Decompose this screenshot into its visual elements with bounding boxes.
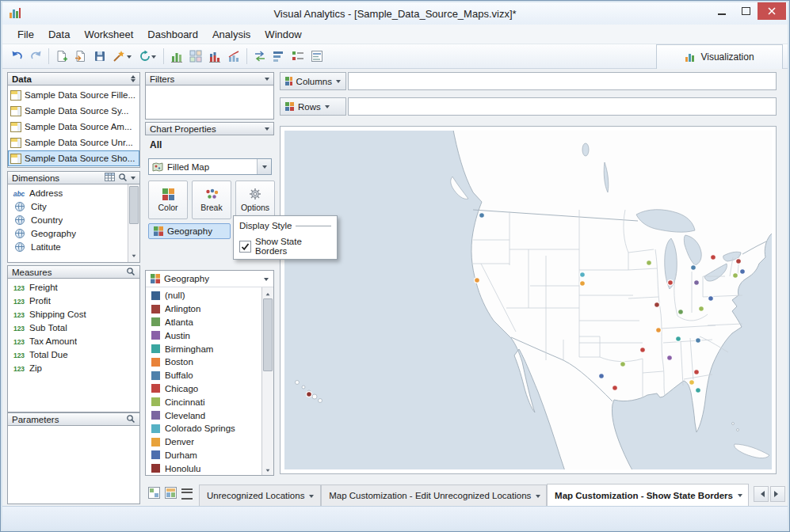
measure-item[interactable]: Zip <box>8 361 139 374</box>
legend-item[interactable]: Boston <box>146 355 262 369</box>
data-source-item[interactable]: Sample Data Source Am... <box>8 119 139 135</box>
save-icon[interactable] <box>90 47 109 66</box>
worksheet-tab[interactable]: Map Customization - Show State Borders <box>547 484 749 506</box>
city-dot[interactable] <box>694 370 700 375</box>
columns-chip[interactable]: Columns <box>280 72 346 90</box>
city-dot[interactable] <box>699 306 704 312</box>
city-dot[interactable] <box>736 259 742 264</box>
data-source-item[interactable]: Sample Data Source Fille... <box>8 87 139 103</box>
rows-chip[interactable]: Rows <box>280 97 346 116</box>
legend-item[interactable]: Chicago <box>146 382 262 396</box>
chart-matrix-icon[interactable] <box>186 47 205 66</box>
worksheet-tab[interactable]: Map Customization - Edit Unrecognized Lo… <box>321 484 547 506</box>
refresh-icon[interactable] <box>135 47 160 66</box>
scroll-thumb[interactable] <box>129 186 139 224</box>
legend-item[interactable]: Austin <box>146 329 262 342</box>
legend-item[interactable]: Colorado Springs <box>146 422 262 435</box>
legend-item[interactable]: Denver <box>146 435 262 449</box>
menu-item[interactable]: Window <box>258 26 308 43</box>
measure-item[interactable]: Shipping Cost <box>8 307 139 321</box>
city-dot[interactable] <box>655 302 660 308</box>
data-source-item[interactable]: Sample Data Source Sy... <box>8 103 139 119</box>
minimize-button[interactable] <box>710 2 734 20</box>
legend-item[interactable]: Cleveland <box>146 408 262 422</box>
dimension-item[interactable]: City <box>8 200 128 213</box>
legend-header[interactable]: Geography <box>146 271 273 287</box>
scroll-thumb[interactable] <box>263 298 273 371</box>
city-dot[interactable] <box>689 380 695 386</box>
undo-icon[interactable] <box>7 47 26 66</box>
filters-caret-icon[interactable] <box>265 78 269 83</box>
city-dot[interactable] <box>475 278 480 283</box>
worksheet-list-icon[interactable] <box>181 488 193 500</box>
measure-item[interactable]: Sub Total <box>8 321 139 334</box>
menu-item[interactable]: Worksheet <box>77 26 140 43</box>
city-dot[interactable] <box>580 281 586 287</box>
legend-item[interactable]: Buffalo <box>146 369 262 382</box>
city-dot[interactable] <box>711 255 716 260</box>
tab-menu-caret-icon[interactable] <box>309 495 314 500</box>
show-state-borders-checkbox[interactable] <box>239 241 251 253</box>
legend-item[interactable]: Honolulu <box>146 462 262 475</box>
city-dot[interactable] <box>613 386 618 391</box>
city-dot[interactable] <box>696 388 701 393</box>
legend-toggle-icon[interactable] <box>288 47 307 66</box>
map-visualization[interactable] <box>280 126 777 474</box>
data-source-item[interactable]: Sample Data Source Unr... <box>8 135 139 150</box>
data-source-item[interactable]: Sample Data Source Sho... <box>8 150 139 166</box>
city-dot[interactable] <box>676 336 681 342</box>
legend-item[interactable]: Cincinnati <box>146 395 262 408</box>
color-button[interactable]: Color <box>148 180 188 219</box>
city-dot[interactable] <box>307 392 312 397</box>
tab-menu-caret-icon[interactable] <box>536 495 540 500</box>
city-dot[interactable] <box>733 273 738 279</box>
tab-menu-caret-icon[interactable] <box>738 494 742 500</box>
swap-axes-icon[interactable] <box>250 47 269 66</box>
rows-caret-icon[interactable] <box>325 105 330 111</box>
view-as-table-icon[interactable] <box>105 173 115 183</box>
legend-item[interactable]: Arlington <box>146 302 262 316</box>
city-dot[interactable] <box>667 355 673 361</box>
legend-item[interactable]: Atlanta <box>146 316 262 329</box>
scroll-up-icon[interactable] <box>262 287 273 298</box>
dimension-item[interactable]: Country <box>8 213 128 226</box>
city-dot[interactable] <box>599 374 605 379</box>
filters-header[interactable]: Filters <box>145 72 274 86</box>
dimensions-scrollbar[interactable] <box>128 184 139 262</box>
city-dot[interactable] <box>678 310 684 315</box>
labels-toggle-icon[interactable] <box>307 47 326 66</box>
search-dimensions-icon[interactable] <box>118 173 128 184</box>
scroll-down-icon[interactable] <box>262 466 273 476</box>
measure-item[interactable]: Freight <box>8 280 139 294</box>
menu-item[interactable]: Dashboard <box>140 26 205 43</box>
tab-scroll-left-icon[interactable] <box>754 486 769 502</box>
city-dot[interactable] <box>620 362 626 367</box>
chart-combo-icon[interactable] <box>224 47 243 66</box>
options-button[interactable]: Options <box>235 180 275 219</box>
break-button[interactable]: Break <box>192 180 231 219</box>
legend-item[interactable]: Durham <box>146 449 262 462</box>
city-dot[interactable] <box>694 280 700 286</box>
dimension-item[interactable]: Latitute <box>8 240 128 253</box>
filters-shelf[interactable] <box>145 85 274 120</box>
chart-type-select[interactable]: Filled Map <box>148 158 272 175</box>
city-dot[interactable] <box>708 296 714 302</box>
close-button[interactable] <box>758 2 786 20</box>
redo-icon[interactable] <box>26 47 45 66</box>
city-dot[interactable] <box>740 269 746 275</box>
columns-caret-icon[interactable] <box>336 80 341 86</box>
new-worksheet-tab-icon[interactable] <box>148 487 160 501</box>
scroll-down-icon[interactable] <box>128 251 139 262</box>
menu-item[interactable]: Analysis <box>205 26 258 43</box>
measure-item[interactable]: Total Due <box>8 348 139 361</box>
auto-chart-icon[interactable] <box>109 47 135 66</box>
rows-shelf[interactable] <box>348 97 777 116</box>
legend-item[interactable]: (null) <box>146 289 262 302</box>
legend-caret-icon[interactable] <box>264 278 269 283</box>
city-dot[interactable] <box>668 280 674 286</box>
tab-scroll-right-icon[interactable] <box>770 486 785 502</box>
city-dot[interactable] <box>656 328 662 333</box>
city-dot[interactable] <box>580 272 586 278</box>
chart-properties-caret-icon[interactable] <box>265 127 269 133</box>
data-source-sort-icon[interactable] <box>131 73 135 85</box>
